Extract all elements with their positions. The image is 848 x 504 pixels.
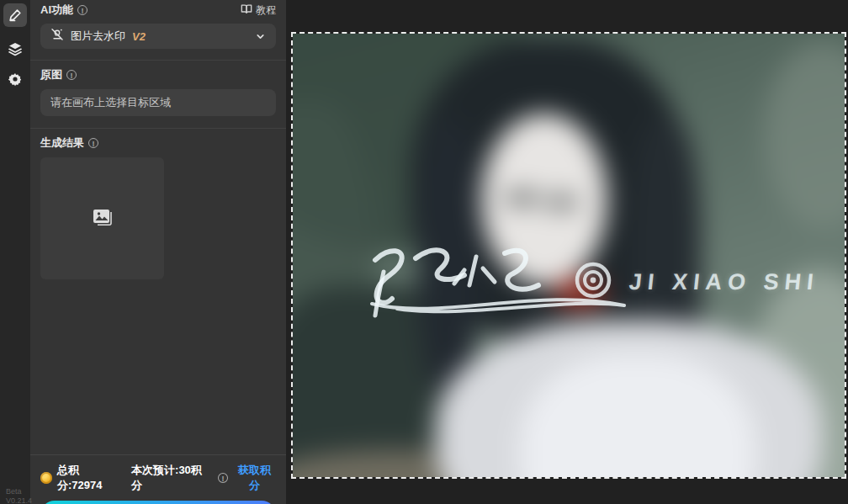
tool-rail: Beta V0.21.4 xyxy=(0,0,30,504)
layers-tool-button[interactable] xyxy=(3,37,27,61)
result-section: 生成结果 xyxy=(30,137,286,279)
image-selection-frame[interactable]: JI XIAO SHI xyxy=(291,32,846,479)
image-placeholder-icon xyxy=(92,207,114,231)
canvas-area[interactable]: JI XIAO SHI xyxy=(286,0,848,504)
version-badge: V2 xyxy=(132,30,146,43)
result-placeholder xyxy=(40,157,164,279)
side-panel: AI功能 教程 xyxy=(30,0,286,504)
source-selection-field: 请在画布上选择目标区域 xyxy=(40,89,276,116)
ai-function-section: AI功能 教程 xyxy=(30,4,286,61)
tutorial-label: 教程 xyxy=(256,3,276,18)
source-image-section: 原图 请在画布上选择目标区域 xyxy=(30,69,286,129)
info-icon[interactable] xyxy=(77,5,87,15)
remove-watermark-button[interactable]: 立即去水印 xyxy=(40,501,276,504)
gear-icon xyxy=(3,81,27,93)
coin-icon xyxy=(40,472,52,484)
info-icon[interactable] xyxy=(88,138,98,148)
pencil-icon xyxy=(3,17,27,29)
get-points-link[interactable]: 获取积分 xyxy=(233,463,276,493)
tutorial-button[interactable]: 教程 xyxy=(241,3,276,18)
source-field-text: 请在画布上选择目标区域 xyxy=(50,95,171,110)
version-number: V0.21.4 xyxy=(6,496,32,504)
estimate-points-text: 本次预计:30积分 xyxy=(131,463,211,493)
settings-tool-button[interactable] xyxy=(3,67,27,91)
info-icon[interactable] xyxy=(66,70,77,80)
panel-footer: 总积分:72974 本次预计:30积分 获取积分 立即去水印 xyxy=(30,454,286,504)
chevron-down-icon xyxy=(255,31,266,42)
version-label: Beta V0.21.4 xyxy=(6,487,32,504)
app-window: Beta V0.21.4 AI功能 教程 xyxy=(0,0,848,504)
total-points-text: 总积分:72974 xyxy=(57,463,123,493)
dropdown-selected-label: 图片去水印 xyxy=(71,29,125,44)
info-icon[interactable] xyxy=(218,473,228,483)
source-section-title: 原图 xyxy=(40,67,62,82)
beta-text: Beta xyxy=(6,487,32,496)
result-section-title: 生成结果 xyxy=(40,135,84,151)
photo-preview: JI XIAO SHI xyxy=(293,34,845,477)
edit-tool-button[interactable] xyxy=(3,3,27,27)
points-row: 总积分:72974 本次预计:30积分 获取积分 xyxy=(40,463,276,493)
layers-icon xyxy=(3,50,27,63)
ai-function-dropdown[interactable]: 图片去水印 V2 xyxy=(40,24,276,49)
blurred-portrait xyxy=(293,34,845,477)
ai-section-title: AI功能 xyxy=(40,3,73,18)
book-icon xyxy=(241,3,252,17)
watermark-off-icon xyxy=(50,28,64,45)
